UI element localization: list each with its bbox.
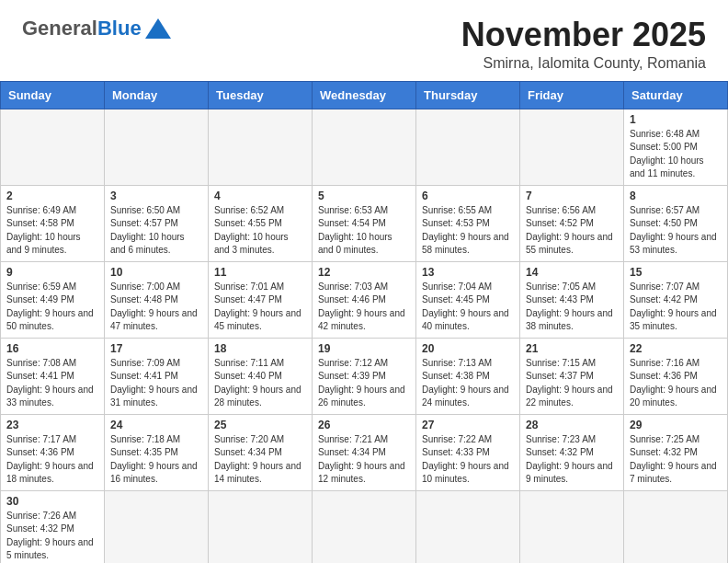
day-number: 14: [526, 266, 618, 279]
day-number: 8: [630, 190, 722, 202]
calendar-cell: [416, 490, 520, 563]
calendar-cell: [209, 490, 313, 563]
day-number: 18: [214, 342, 306, 355]
day-info: Sunrise: 7:11 AM Sunset: 4:40 PM Dayligh…: [214, 357, 306, 410]
calendar-cell: 18Sunrise: 7:11 AM Sunset: 4:40 PM Dayli…: [209, 338, 313, 414]
day-number: 25: [214, 419, 306, 431]
calendar-cell: 29Sunrise: 7:25 AM Sunset: 4:32 PM Dayli…: [624, 414, 728, 490]
day-info: Sunrise: 7:08 AM Sunset: 4:41 PM Dayligh…: [6, 357, 98, 410]
calendar-cell: 5Sunrise: 6:53 AM Sunset: 4:54 PM Daylig…: [313, 185, 416, 261]
col-header-tuesday: Tuesday: [209, 81, 313, 109]
calendar-cell: 7Sunrise: 6:56 AM Sunset: 4:52 PM Daylig…: [520, 185, 624, 261]
day-number: 3: [110, 190, 202, 202]
day-number: 6: [422, 190, 514, 202]
day-number: 2: [6, 190, 98, 202]
day-info: Sunrise: 7:17 AM Sunset: 4:36 PM Dayligh…: [6, 433, 98, 487]
day-number: 30: [6, 495, 98, 508]
day-info: Sunrise: 7:18 AM Sunset: 4:35 PM Dayligh…: [110, 433, 202, 487]
day-info: Sunrise: 7:04 AM Sunset: 4:45 PM Dayligh…: [422, 281, 514, 334]
calendar-cell: 27Sunrise: 7:22 AM Sunset: 4:33 PM Dayli…: [416, 414, 520, 490]
subtitle: Smirna, Ialomita County, Romania: [461, 55, 706, 72]
logo-general: General: [22, 17, 97, 40]
day-info: Sunrise: 6:49 AM Sunset: 4:58 PM Dayligh…: [6, 204, 98, 258]
week-row-0: 1Sunrise: 6:48 AM Sunset: 5:00 PM Daylig…: [1, 109, 728, 185]
calendar-cell: 17Sunrise: 7:09 AM Sunset: 4:41 PM Dayli…: [105, 338, 209, 414]
calendar-cell: 11Sunrise: 7:01 AM Sunset: 4:47 PM Dayli…: [209, 261, 313, 338]
calendar-cell: 1Sunrise: 6:48 AM Sunset: 5:00 PM Daylig…: [624, 109, 728, 185]
calendar-cell: [624, 490, 728, 563]
calendar-cell: [520, 490, 624, 563]
calendar-cell: 6Sunrise: 6:55 AM Sunset: 4:53 PM Daylig…: [416, 185, 520, 261]
day-info: Sunrise: 7:07 AM Sunset: 4:42 PM Dayligh…: [630, 281, 722, 334]
calendar-cell: 22Sunrise: 7:16 AM Sunset: 4:36 PM Dayli…: [624, 338, 728, 414]
calendar-cell: 9Sunrise: 6:59 AM Sunset: 4:49 PM Daylig…: [1, 261, 105, 338]
calendar-cell: 16Sunrise: 7:08 AM Sunset: 4:41 PM Dayli…: [1, 338, 105, 414]
calendar-cell: 4Sunrise: 6:52 AM Sunset: 4:55 PM Daylig…: [209, 185, 313, 261]
calendar-cell: 13Sunrise: 7:04 AM Sunset: 4:45 PM Dayli…: [416, 261, 520, 338]
calendar-cell: [313, 109, 416, 185]
calendar-cell: 21Sunrise: 7:15 AM Sunset: 4:37 PM Dayli…: [520, 338, 624, 414]
day-info: Sunrise: 7:26 AM Sunset: 4:32 PM Dayligh…: [6, 510, 98, 563]
calendar-cell: 12Sunrise: 7:03 AM Sunset: 4:46 PM Dayli…: [313, 261, 416, 338]
calendar-cell: 28Sunrise: 7:23 AM Sunset: 4:32 PM Dayli…: [520, 414, 624, 490]
calendar-cell: [105, 490, 209, 563]
day-number: 27: [422, 419, 514, 431]
day-info: Sunrise: 7:23 AM Sunset: 4:32 PM Dayligh…: [526, 433, 618, 487]
day-info: Sunrise: 6:48 AM Sunset: 5:00 PM Dayligh…: [630, 128, 722, 181]
calendar-cell: [520, 109, 624, 185]
day-number: 10: [110, 266, 202, 279]
calendar-cell: [313, 490, 416, 563]
day-info: Sunrise: 6:50 AM Sunset: 4:57 PM Dayligh…: [110, 204, 202, 258]
day-number: 24: [110, 419, 202, 431]
week-row-5: 30Sunrise: 7:26 AM Sunset: 4:32 PM Dayli…: [1, 490, 728, 563]
day-info: Sunrise: 7:22 AM Sunset: 4:33 PM Dayligh…: [422, 433, 514, 487]
day-info: Sunrise: 6:52 AM Sunset: 4:55 PM Dayligh…: [214, 204, 306, 258]
calendar-cell: [209, 109, 313, 185]
week-row-2: 9Sunrise: 6:59 AM Sunset: 4:49 PM Daylig…: [1, 261, 728, 338]
logo-icon: [145, 18, 171, 39]
day-info: Sunrise: 7:01 AM Sunset: 4:47 PM Dayligh…: [214, 281, 306, 334]
day-number: 12: [318, 266, 410, 279]
header-row: SundayMondayTuesdayWednesdayThursdayFrid…: [1, 81, 728, 109]
day-number: 28: [526, 419, 618, 431]
calendar-cell: 24Sunrise: 7:18 AM Sunset: 4:35 PM Dayli…: [105, 414, 209, 490]
week-row-3: 16Sunrise: 7:08 AM Sunset: 4:41 PM Dayli…: [1, 338, 728, 414]
col-header-thursday: Thursday: [416, 81, 520, 109]
calendar-cell: 8Sunrise: 6:57 AM Sunset: 4:50 PM Daylig…: [624, 185, 728, 261]
day-info: Sunrise: 7:05 AM Sunset: 4:43 PM Dayligh…: [526, 281, 618, 334]
day-info: Sunrise: 7:20 AM Sunset: 4:34 PM Dayligh…: [214, 433, 306, 487]
calendar-cell: 19Sunrise: 7:12 AM Sunset: 4:39 PM Dayli…: [313, 338, 416, 414]
day-info: Sunrise: 7:00 AM Sunset: 4:48 PM Dayligh…: [110, 281, 202, 334]
calendar-cell: 30Sunrise: 7:26 AM Sunset: 4:32 PM Dayli…: [1, 490, 105, 563]
day-number: 1: [630, 113, 722, 126]
day-info: Sunrise: 7:13 AM Sunset: 4:38 PM Dayligh…: [422, 357, 514, 410]
day-number: 16: [6, 342, 98, 355]
col-header-sunday: Sunday: [1, 81, 105, 109]
day-info: Sunrise: 6:57 AM Sunset: 4:50 PM Dayligh…: [630, 204, 722, 258]
logo: General Blue: [22, 17, 171, 40]
day-info: Sunrise: 6:55 AM Sunset: 4:53 PM Dayligh…: [422, 204, 514, 258]
logo-text: General Blue: [22, 17, 171, 40]
header: General Blue November 2025 Smirna, Ialom…: [0, 0, 728, 81]
day-info: Sunrise: 7:25 AM Sunset: 4:32 PM Dayligh…: [630, 433, 722, 487]
calendar-cell: [1, 109, 105, 185]
calendar-table: SundayMondayTuesdayWednesdayThursdayFrid…: [0, 81, 728, 563]
svg-marker-0: [145, 18, 171, 39]
calendar-cell: 14Sunrise: 7:05 AM Sunset: 4:43 PM Dayli…: [520, 261, 624, 338]
day-number: 4: [214, 190, 306, 202]
day-info: Sunrise: 6:56 AM Sunset: 4:52 PM Dayligh…: [526, 204, 618, 258]
col-header-monday: Monday: [105, 81, 209, 109]
day-number: 9: [6, 266, 98, 279]
day-number: 7: [526, 190, 618, 202]
day-info: Sunrise: 7:09 AM Sunset: 4:41 PM Dayligh…: [110, 357, 202, 410]
calendar-cell: 20Sunrise: 7:13 AM Sunset: 4:38 PM Dayli…: [416, 338, 520, 414]
day-number: 17: [110, 342, 202, 355]
week-row-1: 2Sunrise: 6:49 AM Sunset: 4:58 PM Daylig…: [1, 185, 728, 261]
day-number: 11: [214, 266, 306, 279]
calendar-cell: 3Sunrise: 6:50 AM Sunset: 4:57 PM Daylig…: [105, 185, 209, 261]
week-row-4: 23Sunrise: 7:17 AM Sunset: 4:36 PM Dayli…: [1, 414, 728, 490]
logo-blue: Blue: [97, 17, 142, 40]
main-title: November 2025: [461, 17, 706, 53]
day-info: Sunrise: 7:16 AM Sunset: 4:36 PM Dayligh…: [630, 357, 722, 410]
calendar-cell: 25Sunrise: 7:20 AM Sunset: 4:34 PM Dayli…: [209, 414, 313, 490]
